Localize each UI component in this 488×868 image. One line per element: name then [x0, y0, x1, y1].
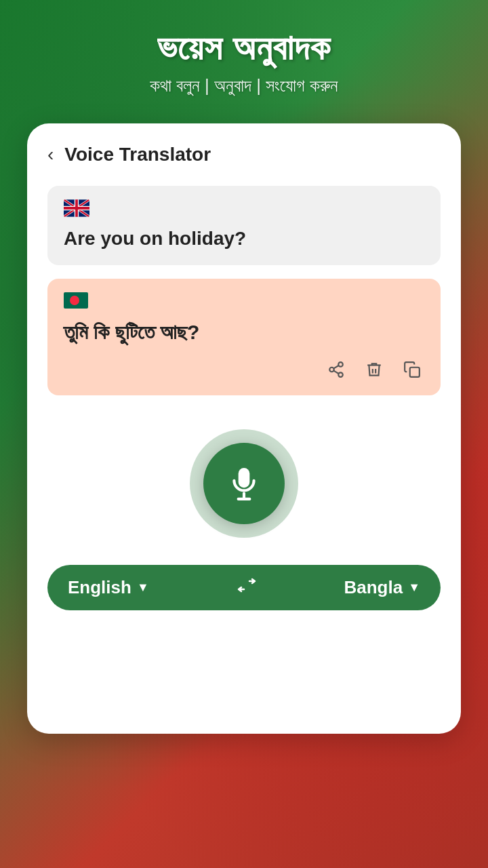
- card-header: ‹ Voice Translator: [47, 144, 441, 165]
- back-button[interactable]: ‹: [47, 145, 54, 164]
- swap-icon: [235, 577, 259, 593]
- mic-container: [47, 429, 441, 538]
- target-flag: [64, 306, 88, 317]
- copy-button[interactable]: [400, 357, 424, 382]
- card-title: Voice Translator: [64, 144, 211, 165]
- svg-rect-6: [410, 368, 420, 377]
- action-icons: [64, 357, 424, 382]
- mic-button[interactable]: [203, 443, 285, 524]
- source-language-label: English: [68, 577, 131, 598]
- swap-languages-button[interactable]: [235, 577, 259, 598]
- main-card: ‹ Voice Translator Are you on holiday? ত…: [27, 123, 461, 734]
- app-subtitle: কথা বলুন | অনুবাদ | সংযোগ করুন: [14, 75, 474, 96]
- translated-box: তুমি কি ছুটিতে আছ?: [47, 279, 441, 395]
- app-title: ভয়েস অনুবাদক: [14, 27, 474, 68]
- delete-button[interactable]: [362, 357, 386, 382]
- source-box: Are you on holiday?: [47, 186, 441, 265]
- source-flag: [64, 213, 89, 224]
- target-language-selector[interactable]: Bangla ▼: [344, 577, 420, 598]
- svg-point-3: [338, 373, 343, 378]
- source-text: Are you on holiday?: [64, 225, 424, 252]
- header: ভয়েস অনুবাদক কথা বলুন | অনুবাদ | সংযোগ …: [0, 0, 488, 110]
- target-language-label: Bangla: [344, 577, 403, 598]
- share-button[interactable]: [324, 357, 348, 382]
- language-bar: English ▼ Bangla ▼: [47, 565, 441, 610]
- mic-icon: [227, 467, 261, 500]
- source-language-chevron-icon: ▼: [137, 580, 149, 595]
- svg-line-5: [333, 366, 338, 368]
- svg-line-4: [333, 371, 338, 374]
- mic-outer-ring: [190, 429, 298, 538]
- svg-point-2: [329, 368, 334, 372]
- target-language-chevron-icon: ▼: [408, 580, 420, 595]
- source-language-selector[interactable]: English ▼: [68, 577, 149, 598]
- translated-text: তুমি কি ছুটিতে আছ?: [64, 318, 424, 347]
- svg-point-1: [338, 362, 343, 367]
